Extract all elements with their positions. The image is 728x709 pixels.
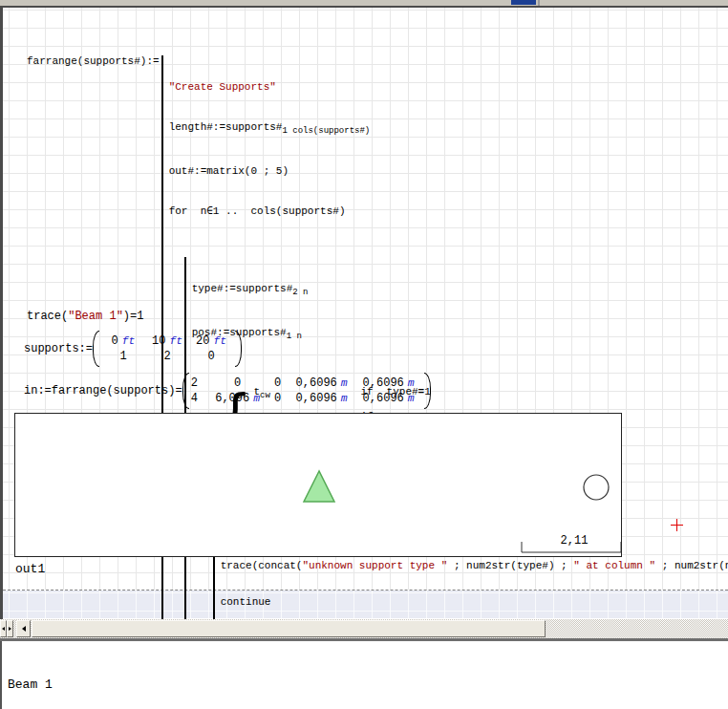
insertion-cursor-crosshair[interactable] [671,519,683,531]
program-line-continue: continue [221,595,728,609]
scale-bar-label: 2,11 [536,534,612,548]
scrollbar-thumb[interactable] [32,620,546,637]
trace-output-console[interactable]: Beam 1 unknown support type 2 at column … [0,641,728,709]
top-strip-divider [538,0,540,6]
splitter-right-arrow-icon [9,627,11,631]
result-lhs: in:=farrange(supports)= [24,384,182,397]
matrix-paren-left [182,373,189,409]
supports-lhs: supports:= [24,342,93,355]
supports-matrix: 0ft 10ft 20ft 1 2 0 [101,333,233,364]
result-matrix: 2 0 0 0,6096m 0,6096m 4 6,096m 0 0,6096m… [191,376,422,406]
crosshair-vertical [676,519,677,531]
farrange-function-definition[interactable]: farrange(supports#):= "Create Supports" … [27,32,728,709]
program-line-title-string: "Create Supports" [169,78,728,96]
matrix-paren-right [424,373,431,409]
farrange-result-expression[interactable]: in:=farrange(supports)= 2 0 0 0,6096m 0,… [24,373,431,409]
matrix-paren-left [93,331,99,367]
hinge-support-triangle [304,471,334,502]
program-line-pos: pos#:=supports#1 n [192,324,728,345]
program-line-type: type#:=supports#2 n [192,280,728,301]
splitter-left-arrow-icon [2,627,5,631]
program-line-trace: trace(concat("unknown support type " ; n… [221,559,728,572]
program-line-out-matrix: out#:=matrix(0 ; 5) [169,162,728,180]
splitter-left-button[interactable] [0,620,7,637]
console-line: Beam 1 [2,676,728,693]
roller-support-circle [584,475,609,500]
top-toolbar-strip [0,0,728,8]
splitter-right-button[interactable] [7,620,13,637]
plot-shapes [15,414,621,556]
program-line-length: length#:=supports#1 cols(supports#) [169,118,728,140]
top-scrollbar-fragment[interactable] [511,0,536,5]
trace-beam-expression[interactable]: trace("Beam 1")=1 [27,310,143,323]
program-line-for: for n∈1 .. cols(supports#) [169,203,728,220]
smath-worksheet-window: farrange(supports#):= "Create Supports" … [0,0,728,709]
scroll-left-arrow-icon [22,626,26,632]
function-lhs: farrange(supports#):= [27,55,160,67]
matrix-paren-right [235,331,242,367]
beam-plot-region[interactable]: 2,11 [14,413,622,557]
supports-matrix-definition[interactable]: supports:= 0ft 10ft 20ft 1 2 0 [24,331,242,367]
horizontal-scrollbar[interactable] [0,619,728,638]
plot-caption: out1 [15,562,45,576]
scroll-left-button[interactable] [16,620,31,637]
